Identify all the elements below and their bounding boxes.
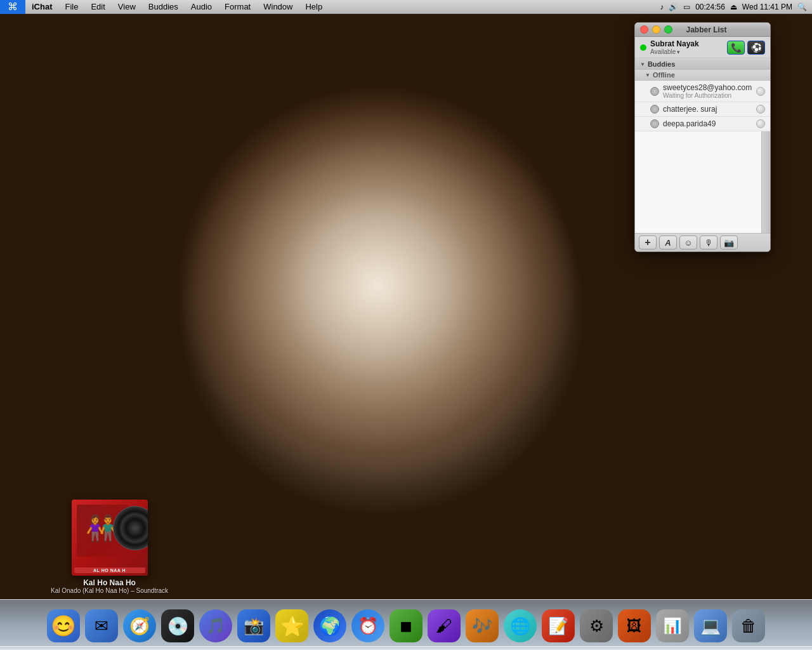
dock-item-web[interactable]: 🌐: [502, 608, 538, 644]
add-buddy-button[interactable]: +: [639, 235, 657, 249]
menu-window[interactable]: Window: [257, 0, 299, 14]
user-actions: 📞 ⚽: [727, 41, 765, 55]
search-icon[interactable]: 🔍: [797, 3, 807, 11]
jabber-title: Jabber List: [648, 25, 765, 34]
dock-item-migration[interactable]: 💻: [693, 608, 728, 644]
dock-item-dvd-player[interactable]: 💿: [160, 608, 195, 644]
jabber-user-row: Subrat Nayak Available ▾ 📞 ⚽: [635, 37, 770, 58]
album-art-label: AL HO NAA H: [74, 567, 145, 573]
menu-view[interactable]: View: [112, 0, 142, 14]
apple-menu[interactable]: ⌘: [0, 0, 25, 14]
dock-item-word[interactable]: 📝: [540, 608, 576, 644]
jabber-titlebar: Jabber List: [635, 23, 770, 37]
smiley-button[interactable]: ☺: [679, 235, 697, 249]
dock-item-time-machine[interactable]: ⏰: [350, 608, 386, 644]
offline-triangle: ▼: [645, 72, 650, 78]
jabber-scrollbar[interactable]: [761, 131, 770, 233]
dock-item-photos[interactable]: 🖼: [617, 608, 652, 644]
buddy-name-0: sweetyces28@yahoo.com: [663, 83, 752, 92]
offline-header[interactable]: ▼ Offline: [635, 70, 770, 81]
eject-icon[interactable]: ⏏: [730, 3, 737, 11]
menubar-left: ⌘ iChat File Edit View Buddies Audio For…: [0, 0, 660, 14]
dock-item-trash[interactable]: 🗑: [731, 608, 766, 644]
menu-file[interactable]: File: [59, 0, 85, 14]
snail-image: [140, 32, 615, 540]
buddy-status-0: [650, 87, 659, 96]
dock-item-internet[interactable]: 🌍: [312, 608, 348, 644]
status-dot: [640, 44, 646, 51]
buddy-status-1: [650, 105, 659, 114]
clock-display: Wed 11:41 PM: [742, 3, 792, 11]
dock-item-expose[interactable]: ◼: [388, 608, 424, 644]
menu-edit[interactable]: Edit: [84, 0, 111, 14]
menu-format[interactable]: Format: [218, 0, 257, 14]
album-art: 👫 AL HO NAA H: [72, 500, 148, 576]
dock-item-safari[interactable]: 🧭: [122, 608, 157, 644]
buddy-light-0: [756, 87, 765, 96]
now-playing-widget: 👫 AL HO NAA H Kal Ho Naa Ho Kal Onado (K…: [51, 500, 168, 594]
user-info: Subrat Nayak Available ▾: [650, 39, 723, 55]
dock-item-system-prefs[interactable]: ⚙: [579, 608, 614, 644]
jabber-content-area: [635, 131, 770, 233]
buddy-status-2: [650, 119, 659, 128]
user-status: Available ▾: [650, 48, 723, 55]
menubar-right: ♪ 🔊 ▭ 00:24:56 ⏏ Wed 11:41 PM 🔍: [660, 3, 812, 11]
buddy-light-1: [756, 105, 765, 114]
audio-button[interactable]: 🎙: [700, 235, 717, 249]
buddy-row-2[interactable]: deepa.parida49: [635, 117, 770, 131]
buddies-triangle: ▼: [640, 62, 645, 67]
song-album: Kal Onado (Kal Ho Naa Ho) – Soundtrack: [51, 587, 168, 594]
menu-ichat[interactable]: iChat: [25, 0, 59, 14]
video-call-button[interactable]: 📞: [727, 41, 745, 55]
dock-item-iphoto[interactable]: 📸: [236, 608, 272, 644]
buddy-row-0[interactable]: sweetyces28@yahoo.com Waiting for Author…: [635, 81, 770, 102]
screen-icon: ▭: [683, 3, 690, 11]
time-elapsed: 00:24:56: [695, 3, 725, 11]
video-button[interactable]: 📷: [720, 235, 738, 249]
buddy-row-1[interactable]: chatterjee. suraj: [635, 102, 770, 117]
menu-audio[interactable]: Audio: [185, 0, 218, 14]
font-button[interactable]: A: [659, 235, 677, 249]
volume-icon[interactable]: 🔊: [669, 3, 678, 11]
music-note-icon: ♪: [660, 3, 664, 11]
buddy-name-2: deepa.parida49: [663, 119, 752, 128]
desktop: ⌘ iChat File Edit View Buddies Audio For…: [0, 0, 812, 650]
jabber-window: Jabber List Subrat Nayak Available ▾ 📞 ⚽…: [634, 22, 771, 252]
dock-item-itunes[interactable]: 🎵: [198, 608, 233, 644]
menubar: ⌘ iChat File Edit View Buddies Audio For…: [0, 0, 812, 14]
dock-item-fcp[interactable]: ⭐: [274, 608, 310, 644]
dock-item-itunes-orange[interactable]: 🎶: [464, 608, 500, 644]
dock-items: 😊 ✉ 🧭 💿: [46, 608, 766, 647]
buddies-header[interactable]: ▼ Buddies: [635, 58, 770, 70]
buddy-name-1: chatterjee. suraj: [663, 105, 752, 114]
buddy-sub-0: Waiting for Authorization: [663, 92, 752, 99]
avatar-button[interactable]: ⚽: [747, 41, 765, 55]
menu-help[interactable]: Help: [299, 0, 329, 14]
menu-buddies[interactable]: Buddies: [142, 0, 185, 14]
dock-item-finder[interactable]: 😊: [46, 608, 81, 644]
buddies-section: ▼ Buddies ▼ Offline sweetyces28@yahoo.co…: [635, 58, 770, 131]
song-title: Kal Ho Naa Ho: [83, 578, 136, 587]
buddy-light-2: [756, 119, 765, 128]
dock: 😊 ✉ 🧭 💿: [0, 599, 812, 650]
dock-item-activity-monitor[interactable]: 📊: [655, 608, 690, 644]
dock-item-mail[interactable]: ✉: [84, 608, 119, 644]
user-name: Subrat Nayak: [650, 39, 723, 48]
dock-item-painter[interactable]: 🖌: [426, 608, 462, 644]
jabber-toolbar: + A ☺ 🎙 📷: [635, 233, 770, 251]
